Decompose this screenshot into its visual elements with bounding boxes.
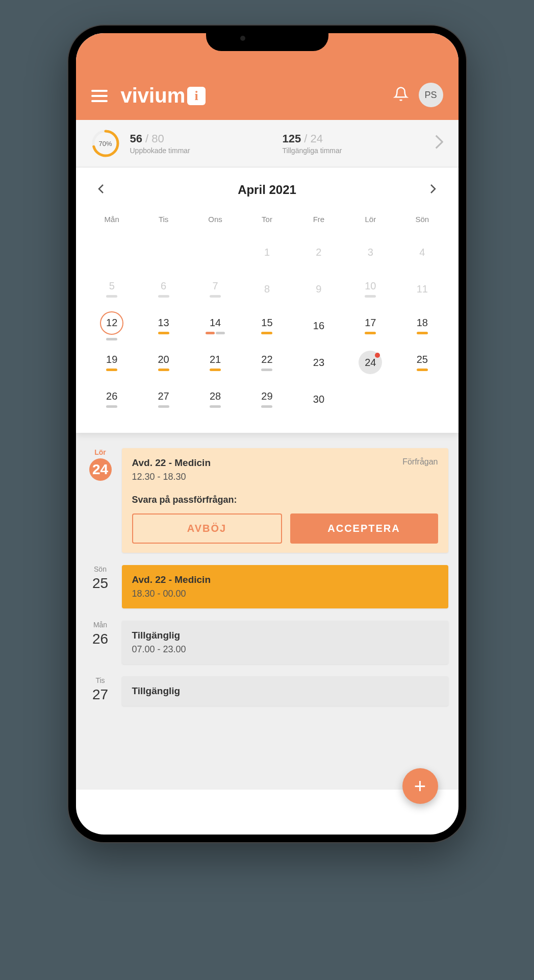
cal-day[interactable]: 2 [293,234,344,271]
event-card[interactable]: Tillgänglig [122,676,448,706]
cal-day[interactable]: 30 [293,381,344,418]
progress-ring: 70% [91,129,120,158]
cal-day[interactable]: 8 [241,271,293,307]
event-title: Avd. 22 - Medicin [132,574,211,585]
cal-day[interactable]: 19 [86,344,138,381]
calendar: April 2021 MånTisOnsTorFreLörSön 1234567… [76,167,459,433]
cal-day[interactable]: 28 [189,381,241,418]
cal-day[interactable]: 29 [241,381,293,418]
screen: vivium i PS 70% 56 / 80 Uppbokade timmar [76,33,459,835]
cal-day[interactable]: 12 [86,307,138,344]
cal-day[interactable]: 17 [345,307,396,344]
cal-day[interactable]: 15 [241,307,293,344]
accept-button[interactable]: ACCEPTERA [290,513,438,544]
fab-add-button[interactable]: + [402,768,438,804]
cal-day[interactable]: 22 [241,344,293,381]
event-time: 07.00 - 23.00 [132,644,438,655]
event-title: Tillgänglig [132,630,181,641]
cal-dow: Tis [138,210,189,234]
cal-dow: Mån [86,210,138,234]
event-date: Tis27 [86,676,115,706]
event-date: Lör24 [86,448,115,553]
stats-bar[interactable]: 70% 56 / 80 Uppbokade timmar 125 / 24 Ti… [76,120,459,167]
event-row: Mån26Tillgänglig07.00 - 23.00 [86,621,448,664]
event-row: Sön25Avd. 22 - Medicin18.30 - 00.00 [86,565,448,608]
event-time: 18.30 - 00.00 [132,589,438,599]
phone-frame: vivium i PS 70% 56 / 80 Uppbokade timmar [68,26,466,842]
cal-day[interactable]: 11 [396,271,448,307]
event-time: 12.30 - 18.30 [132,472,438,482]
cal-day[interactable]: 18 [396,307,448,344]
event-tag: Förfrågan [402,457,438,467]
cal-dow: Sön [396,210,448,234]
decline-button[interactable]: AVBÖJ [132,513,282,544]
event-title: Avd. 22 - Medicin [132,457,211,469]
bell-icon[interactable] [393,86,409,104]
event-title: Tillgänglig [132,685,181,697]
cal-prev-button[interactable] [96,184,106,195]
event-card[interactable]: Avd. 22 - Medicin18.30 - 00.00 [122,565,448,608]
cal-next-button[interactable] [428,184,438,195]
cal-day[interactable]: 21 [189,344,241,381]
request-prompt: Svara på passförfrågan: [132,495,438,505]
cal-day[interactable]: 6 [138,271,189,307]
stat-available: 125 / 24 Tillgängliga timmar [283,132,425,155]
cal-day[interactable]: 25 [396,344,448,381]
cal-day[interactable]: 10 [345,271,396,307]
chevron-right-icon[interactable] [435,135,443,153]
cal-day[interactable]: 24 [345,344,396,381]
event-card[interactable]: Avd. 22 - MedicinFörfrågan12.30 - 18.30S… [122,448,448,553]
event-date: Mån26 [86,621,115,664]
app-logo: vivium i [121,84,206,107]
logo-badge: i [187,87,206,105]
cal-day[interactable]: 1 [241,234,293,271]
event-row: Tis27Tillgänglig [86,676,448,706]
device-notch [206,26,328,51]
cal-day[interactable]: 27 [138,381,189,418]
cal-day[interactable]: 9 [293,271,344,307]
cal-day[interactable]: 16 [293,307,344,344]
event-row: Lör24Avd. 22 - MedicinFörfrågan12.30 - 1… [86,448,448,553]
cal-dow: Tor [241,210,293,234]
menu-icon[interactable] [91,90,108,102]
logo-text: vivium [121,84,186,107]
cal-dow: Lör [345,210,396,234]
cal-dow: Fre [293,210,344,234]
event-date: Sön25 [86,565,115,608]
notification-dot-icon [375,353,380,358]
cal-day[interactable]: 4 [396,234,448,271]
cal-day [189,234,241,271]
cal-day[interactable]: 3 [345,234,396,271]
cal-dow: Ons [189,210,241,234]
avatar[interactable]: PS [419,83,443,107]
cal-day[interactable]: 20 [138,344,189,381]
cal-day[interactable]: 7 [189,271,241,307]
cal-day[interactable]: 5 [86,271,138,307]
stat-booked: 56 / 80 Uppbokade timmar [130,132,272,155]
cal-day [138,234,189,271]
cal-day[interactable]: 13 [138,307,189,344]
progress-percent: 70% [98,140,112,148]
event-card[interactable]: Tillgänglig07.00 - 23.00 [122,621,448,664]
events-list: Lör24Avd. 22 - MedicinFörfrågan12.30 - 1… [76,433,459,790]
calendar-title: April 2021 [238,183,296,197]
cal-day [86,234,138,271]
cal-day[interactable]: 14 [189,307,241,344]
cal-day[interactable]: 26 [86,381,138,418]
cal-day[interactable]: 23 [293,344,344,381]
